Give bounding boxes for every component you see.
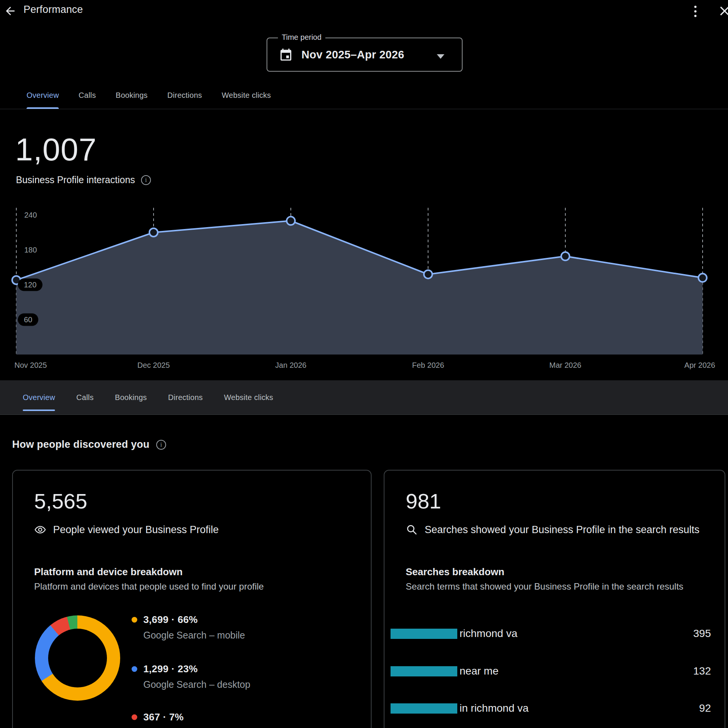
chart-x-tick: Nov 2025 (14, 361, 47, 370)
tab-directions[interactable]: Directions (167, 82, 202, 109)
chart-x-tick: Jan 2026 (275, 361, 306, 370)
chart-x-tick: Apr 2026 (684, 361, 715, 370)
search-term-text: in richmond va (460, 702, 529, 714)
chart-data-point[interactable] (287, 217, 295, 225)
legend-dot-icon (132, 617, 137, 623)
legend-label: Google Search – desktop (143, 679, 250, 690)
chart-data-point[interactable] (149, 228, 158, 237)
search-icon (406, 524, 418, 536)
donut-hole (48, 629, 107, 687)
time-period-value: Nov 2025–Apr 2026 (301, 49, 404, 61)
info-icon[interactable]: i (156, 440, 166, 450)
search-term-row: richmond va395 (391, 627, 711, 640)
redaction-bar (391, 703, 457, 714)
chart-y-tick: 60 (18, 314, 38, 326)
views-total: 5,565 (34, 489, 87, 513)
platform-breakdown-title: Platform and device breakdown (34, 566, 183, 578)
page-title: Performance (24, 4, 83, 16)
chart-data-point[interactable] (424, 270, 432, 278)
chart-x-tick: Feb 2026 (412, 361, 444, 370)
platform-donut-chart (35, 615, 120, 701)
redaction-bar (391, 666, 457, 676)
tab-calls[interactable]: Calls (78, 82, 96, 109)
chart-data-point[interactable] (561, 252, 570, 260)
searches-label: Searches showed your Business Profile in… (425, 524, 700, 536)
search-term-row: near me132 (391, 665, 711, 678)
interactions-line-chart: 24018012060 (0, 205, 728, 355)
discovery-section-heading: How people discovered you i (12, 439, 166, 450)
back-icon[interactable] (4, 5, 17, 17)
searches-card: 981 Searches showed your Business Profil… (384, 470, 725, 728)
views-label: People viewed your Business Profile (53, 524, 219, 536)
legend-dot-icon (132, 666, 137, 672)
search-term-count: 92 (699, 702, 711, 714)
search-term-text: near me (460, 665, 499, 677)
tab-bar-sticky: OverviewCallsBookingsDirectionsWebsite c… (0, 380, 728, 415)
legend-dot-icon (132, 714, 137, 720)
searches-breakdown-title: Searches breakdown (406, 566, 504, 578)
top-app-bar: Performance (0, 0, 728, 21)
views-label-row: People viewed your Business Profile (34, 524, 219, 536)
more-options-icon[interactable] (690, 4, 701, 19)
legend-value: 1,299 · 23% (143, 663, 198, 675)
search-term-text: richmond va (460, 628, 518, 640)
chart-area-fill (16, 221, 703, 355)
tab-bar-primary: OverviewCallsBookingsDirectionsWebsite c… (0, 82, 728, 109)
tab-website-clicks[interactable]: Website clicks (224, 380, 273, 414)
platform-breakdown-subtitle: Platform and devices that people used to… (34, 581, 264, 592)
tab-overview[interactable]: Overview (23, 380, 55, 414)
tab-directions[interactable]: Directions (168, 380, 202, 414)
redaction-bar (391, 629, 457, 639)
chart-y-tick: 180 (24, 246, 37, 254)
views-card: 5,565 People viewed your Business Profil… (12, 470, 372, 728)
chart-x-tick: Dec 2025 (137, 361, 170, 370)
chart-x-axis-labels: Nov 2025Dec 2025Jan 2026Feb 2026Mar 2026… (0, 361, 728, 374)
search-term-count: 395 (693, 628, 711, 640)
tab-bookings[interactable]: Bookings (115, 380, 147, 414)
legend-label: Google Search – mobile (143, 630, 245, 641)
chart-y-tick: 240 (24, 211, 37, 220)
legend-value: 367 · 7% (143, 711, 184, 723)
tab-bookings[interactable]: Bookings (116, 82, 147, 109)
close-icon[interactable] (717, 3, 728, 19)
tab-website-clicks[interactable]: Website clicks (222, 82, 271, 109)
interactions-total: 1,007 (15, 131, 97, 168)
arrow-left-icon (4, 5, 17, 17)
dropdown-arrow-icon (437, 54, 444, 59)
chart-y-tick: 120 (18, 279, 42, 291)
tab-calls[interactable]: Calls (76, 380, 94, 414)
searches-breakdown-subtitle: Search terms that showed your Business P… (406, 581, 683, 592)
donut-legend-item: 1,299 · 23% (132, 663, 198, 675)
discovery-heading: How people discovered you (12, 439, 149, 450)
interactions-label: Business Profile interactions (16, 174, 135, 185)
calendar-icon (279, 47, 293, 62)
time-period-selector[interactable]: Time period Nov 2025–Apr 2026 (267, 38, 463, 72)
donut-legend-item: 367 · 7% (132, 711, 184, 723)
time-period-label: Time period (278, 33, 325, 42)
chart-data-point[interactable] (698, 274, 707, 282)
info-icon[interactable]: i (141, 175, 151, 185)
search-term-row: in richmond va92 (391, 702, 711, 715)
search-term-count: 132 (693, 665, 711, 677)
tab-overview[interactable]: Overview (27, 82, 59, 109)
legend-value: 3,699 · 66% (143, 614, 198, 626)
searches-label-row: Searches showed your Business Profile in… (406, 524, 700, 536)
interactions-label-row: Business Profile interactions i (16, 174, 151, 185)
chart-x-tick: Mar 2026 (549, 361, 582, 370)
searches-total: 981 (406, 489, 441, 513)
eye-icon (34, 524, 46, 536)
donut-legend-item: 3,699 · 66% (132, 614, 198, 626)
x-icon (717, 3, 728, 19)
